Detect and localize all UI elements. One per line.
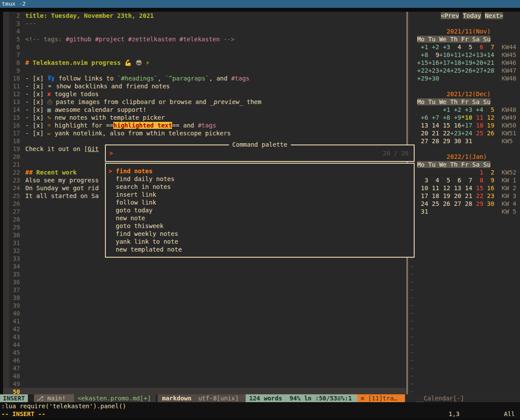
- buffer-line[interactable]: 13- [x] ⎙ paste images from clipboard or…: [3, 98, 261, 106]
- buffer-line[interactable]: 24On Sunday we got rid: [3, 184, 99, 192]
- calendar-day[interactable]: 11: [472, 114, 483, 121]
- buffer-line[interactable]: 9: [3, 67, 25, 74]
- calendar-day[interactable]: +11: [450, 51, 461, 58]
- calendar-day[interactable]: +25: [450, 67, 461, 74]
- calendar-day[interactable]: 19: [483, 122, 494, 129]
- calendar-day[interactable]: [461, 208, 472, 215]
- buffer-line[interactable]: 35: [3, 270, 25, 278]
- calendar-day[interactable]: 10: [417, 185, 428, 192]
- calendar-day[interactable]: +22: [417, 67, 428, 74]
- calendar-day[interactable]: [483, 138, 494, 144]
- calendar-day[interactable]: [417, 106, 428, 113]
- calendar-day[interactable]: 13: [417, 122, 428, 129]
- calendar-day[interactable]: +4: [472, 106, 483, 113]
- calendar-day[interactable]: [472, 138, 483, 144]
- buffer-line[interactable]: 44: [3, 341, 25, 349]
- calendar-day[interactable]: [439, 208, 450, 215]
- calendar-day[interactable]: +6: [417, 114, 428, 121]
- calendar-day[interactable]: 11: [428, 185, 439, 192]
- calendar-day[interactable]: +12: [461, 51, 472, 58]
- calendar-day[interactable]: 12: [483, 114, 494, 121]
- buffer-line[interactable]: 8# Telekasten.nvim progress 💪 😎 ⚡: [3, 59, 149, 67]
- calendar-day[interactable]: 5: [483, 106, 494, 113]
- calendar-day[interactable]: 25: [428, 200, 439, 207]
- calendar-day[interactable]: 27: [417, 138, 428, 144]
- calendar-day[interactable]: [483, 75, 494, 82]
- calendar-day[interactable]: 21: [461, 192, 472, 199]
- palette-item[interactable]: goto thisweek: [106, 222, 414, 230]
- buffer-line[interactable]: 12- [x] ✘ toggle todos: [3, 90, 99, 98]
- calendar-day[interactable]: 16: [450, 122, 461, 129]
- calendar-day[interactable]: 3: [417, 177, 428, 184]
- calendar-day[interactable]: [439, 75, 450, 82]
- calendar-day[interactable]: [472, 208, 483, 215]
- calendar-day[interactable]: 30: [450, 138, 461, 144]
- calendar-day[interactable]: [483, 208, 494, 215]
- buffer-line[interactable]: 47: [3, 364, 25, 372]
- calendar-day[interactable]: 26: [439, 200, 450, 207]
- calendar-day[interactable]: [461, 75, 472, 82]
- buffer-line[interactable]: 6: [3, 43, 25, 51]
- buffer-line[interactable]: 25It all started on Sa: [3, 192, 99, 200]
- buffer-line[interactable]: 38: [3, 294, 25, 302]
- buffer-line[interactable]: 23Also see my progress: [3, 176, 99, 184]
- palette-item[interactable]: find weekly notes: [106, 230, 414, 238]
- calendar-day[interactable]: [450, 208, 461, 215]
- palette-item[interactable]: search in notes: [106, 183, 414, 191]
- calendar-day[interactable]: 30: [483, 200, 494, 207]
- buffer-line[interactable]: 31: [3, 239, 25, 247]
- prev-button[interactable]: <Prev: [441, 12, 459, 19]
- calendar-day[interactable]: 28: [461, 200, 472, 207]
- calendar-day[interactable]: +16: [428, 59, 439, 66]
- calendar-day[interactable]: 13: [450, 185, 461, 192]
- calendar-day[interactable]: +2: [450, 106, 461, 113]
- calendar-day[interactable]: 9: [483, 177, 494, 184]
- palette-item[interactable]: yank link to note: [106, 238, 414, 245]
- calendar-day[interactable]: +24: [461, 130, 472, 137]
- calendar-day[interactable]: +9: [450, 114, 461, 121]
- calendar-day[interactable]: 26: [483, 130, 494, 137]
- buffer-line[interactable]: 22## Recent work: [3, 168, 77, 176]
- calendar-day[interactable]: 7: [483, 44, 494, 50]
- calendar-day[interactable]: +8: [417, 51, 428, 58]
- palette-item[interactable]: find daily notes: [106, 175, 414, 183]
- palette-item[interactable]: new templated note: [106, 245, 414, 253]
- buffer-line[interactable]: 39: [3, 302, 25, 309]
- buffer-line[interactable]: 30: [3, 231, 25, 239]
- calendar-day[interactable]: +14: [483, 51, 494, 58]
- calendar-day[interactable]: 8: [472, 177, 483, 184]
- calendar-day[interactable]: 23: [483, 192, 494, 199]
- buffer-line[interactable]: 33: [3, 255, 25, 262]
- calendar-day[interactable]: +30: [428, 75, 439, 82]
- calendar-day[interactable]: 28: [428, 138, 439, 144]
- calendar-day[interactable]: 14: [461, 185, 472, 192]
- calendar-day[interactable]: +2: [428, 44, 439, 50]
- calendar-day[interactable]: 5: [439, 177, 450, 184]
- calendar-day[interactable]: 18: [428, 192, 439, 199]
- calendar-day[interactable]: 31: [461, 138, 472, 144]
- calendar-day[interactable]: +7: [428, 114, 439, 121]
- calendar-day[interactable]: +29: [417, 75, 428, 82]
- calendar-day[interactable]: +3: [439, 44, 450, 50]
- buffer-line[interactable]: 34: [3, 262, 25, 270]
- buffer-line[interactable]: 17- [x] ✏ yank notelink, also from wthin…: [3, 129, 231, 137]
- buffer-line[interactable]: 7: [3, 51, 25, 59]
- calendar-day[interactable]: +23: [450, 130, 461, 137]
- calendar-day[interactable]: +21: [483, 59, 494, 66]
- calendar-day[interactable]: [472, 75, 483, 82]
- buffer-line[interactable]: 4: [3, 27, 25, 35]
- buffer-line[interactable]: 29: [3, 223, 25, 231]
- calendar-day[interactable]: +18: [450, 59, 461, 66]
- buffer-line[interactable]: 16- [x] ☼ highlight for ==highlighted te…: [3, 121, 216, 129]
- calendar-day[interactable]: 25: [472, 130, 483, 137]
- calendar-day[interactable]: 4: [428, 177, 439, 184]
- calendar-day[interactable]: 21: [428, 130, 439, 137]
- calendar-day[interactable]: [417, 169, 428, 176]
- calendar-day[interactable]: +27: [472, 67, 483, 74]
- calendar-day[interactable]: 20: [417, 130, 428, 137]
- calendar-day[interactable]: 31: [417, 208, 428, 215]
- buffer-line[interactable]: 21: [3, 161, 25, 168]
- today-button[interactable]: Today: [463, 12, 481, 19]
- buffer-line[interactable]: 19Check it out on [Git: [3, 145, 99, 153]
- buffer-line[interactable]: 3---: [3, 20, 36, 27]
